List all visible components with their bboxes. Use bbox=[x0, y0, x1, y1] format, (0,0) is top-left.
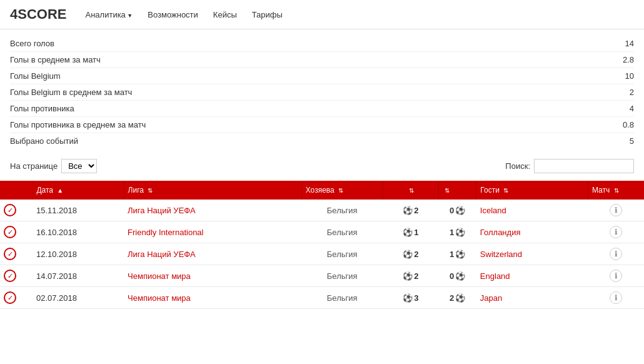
th-score1: ⇅ bbox=[383, 181, 438, 200]
stat-label: Голы Belgium в среднем за матч bbox=[10, 88, 132, 97]
ball-icon-guest: ⚽ bbox=[455, 293, 465, 303]
row-match[interactable]: ℹ bbox=[588, 221, 644, 243]
th-date[interactable]: Дата ▲ bbox=[33, 181, 124, 200]
check-icon: ✓ bbox=[4, 226, 16, 238]
stat-row: Голы противника 4 bbox=[10, 101, 634, 117]
stat-label: Всего голов bbox=[10, 39, 54, 48]
info-icon[interactable]: ℹ bbox=[610, 248, 622, 260]
th-guest[interactable]: Гости ⇅ bbox=[476, 181, 588, 200]
row-host: Бельгия bbox=[301, 243, 383, 265]
row-host: Бельгия bbox=[301, 265, 383, 287]
row-check: ✓ bbox=[0, 200, 33, 221]
ball-icon: ⚽ bbox=[403, 206, 413, 215]
stat-label: Голы Belgium bbox=[10, 71, 61, 81]
row-league[interactable]: Чемпионат мира bbox=[124, 265, 301, 287]
row-guest[interactable]: Голландия bbox=[476, 221, 588, 243]
stat-row: Голы Belgium в среднем за матч 2 bbox=[10, 84, 634, 101]
check-icon: ✓ bbox=[4, 204, 16, 216]
navbar: 4SCORE Аналитика Возможности Кейсы Тариф… bbox=[0, 0, 644, 29]
row-guest[interactable]: Japan bbox=[476, 287, 588, 309]
row-check: ✓ bbox=[0, 287, 33, 309]
row-league[interactable]: Лига Наций УЕФА bbox=[124, 243, 301, 265]
row-league[interactable]: Чемпионат мира bbox=[124, 287, 301, 309]
stat-label: Голы противника в среднем за матч bbox=[10, 120, 146, 129]
row-guest[interactable]: Switzerland bbox=[476, 243, 588, 265]
row-date: 15.11.2018 bbox=[33, 200, 124, 221]
table-row: ✓ 14.07.2018 Чемпионат мира Бельгия ⚽ 2 … bbox=[0, 265, 644, 287]
row-match[interactable]: ℹ bbox=[588, 287, 644, 309]
stat-label: Голы противника bbox=[10, 104, 74, 113]
row-host: Бельгия bbox=[301, 287, 383, 309]
check-icon: ✓ bbox=[4, 248, 16, 260]
stat-label: Выбрано событий bbox=[10, 136, 78, 146]
row-match[interactable]: ℹ bbox=[588, 243, 644, 265]
league-link[interactable]: Чемпионат мира bbox=[128, 271, 191, 281]
row-host-score: ⚽ 3 bbox=[383, 287, 438, 309]
table-row: ✓ 16.10.2018 Friendly International Бель… bbox=[0, 221, 644, 243]
info-icon[interactable]: ℹ bbox=[610, 226, 622, 238]
table-row: ✓ 15.11.2018 Лига Наций УЕФА Бельгия ⚽ 2… bbox=[0, 200, 644, 221]
row-check: ✓ bbox=[0, 221, 33, 243]
row-host: Бельгия bbox=[301, 221, 383, 243]
ball-icon: ⚽ bbox=[403, 250, 413, 259]
row-host-score: ⚽ 2 bbox=[383, 200, 438, 221]
ball-icon-guest: ⚽ bbox=[455, 228, 465, 237]
stat-value: 14 bbox=[625, 39, 634, 48]
league-link[interactable]: Лига Наций УЕФА bbox=[128, 206, 196, 215]
row-host: Бельгия bbox=[301, 200, 383, 221]
controls-row: На странице Все 10 25 50 Поиск: bbox=[0, 151, 644, 181]
th-league[interactable]: Лига ⇅ bbox=[124, 181, 301, 200]
per-page-select[interactable]: Все 10 25 50 bbox=[61, 159, 97, 173]
stat-value: 2.8 bbox=[623, 55, 634, 64]
row-guest-score: 1 ⚽ bbox=[438, 243, 476, 265]
logo-suffix: SCORE bbox=[18, 6, 66, 22]
row-date: 12.10.2018 bbox=[33, 243, 124, 265]
nav-cases[interactable]: Кейсы bbox=[213, 10, 237, 19]
th-host[interactable]: Хозяева ⇅ bbox=[301, 181, 383, 200]
logo[interactable]: 4SCORE bbox=[10, 6, 67, 23]
ball-icon: ⚽ bbox=[403, 271, 413, 281]
row-host-score: ⚽ 1 bbox=[383, 221, 438, 243]
info-icon[interactable]: ℹ bbox=[610, 270, 622, 282]
search-input[interactable] bbox=[534, 159, 634, 173]
logo-prefix: 4 bbox=[10, 6, 18, 22]
row-match[interactable]: ℹ bbox=[588, 265, 644, 287]
stat-row: Голы противника в среднем за матч 0.8 bbox=[10, 117, 634, 133]
search-label: Поиск: bbox=[505, 161, 530, 171]
league-link[interactable]: Чемпионат мира bbox=[128, 293, 191, 303]
info-icon[interactable]: ℹ bbox=[610, 291, 622, 304]
check-icon: ✓ bbox=[4, 291, 16, 304]
th-check bbox=[0, 181, 33, 200]
nav-opportunities[interactable]: Возможности bbox=[148, 10, 198, 19]
row-guest-score: 1 ⚽ bbox=[438, 221, 476, 243]
info-icon[interactable]: ℹ bbox=[610, 204, 622, 216]
row-league[interactable]: Лига Наций УЕФА bbox=[124, 200, 301, 221]
row-guest[interactable]: England bbox=[476, 265, 588, 287]
th-match[interactable]: Матч ⇅ bbox=[588, 181, 644, 200]
stat-label: Голы в среднем за матч bbox=[10, 55, 101, 64]
stats-section: Всего голов 14 Голы в среднем за матч 2.… bbox=[0, 29, 644, 151]
row-league[interactable]: Friendly International bbox=[124, 221, 301, 243]
row-guest[interactable]: Iceland bbox=[476, 200, 588, 221]
stat-row: Голы Belgium 10 bbox=[10, 68, 634, 84]
stat-row: Голы в среднем за матч 2.8 bbox=[10, 52, 634, 68]
row-check: ✓ bbox=[0, 265, 33, 287]
nav-tariffs[interactable]: Тарифы bbox=[252, 10, 283, 19]
row-date: 16.10.2018 bbox=[33, 221, 124, 243]
stat-value: 0.8 bbox=[623, 120, 634, 129]
data-table: Дата ▲ Лига ⇅ Хозяева ⇅ ⇅ ⇅ Гости ⇅ Матч… bbox=[0, 181, 644, 309]
table-row: ✓ 02.07.2018 Чемпионат мира Бельгия ⚽ 3 … bbox=[0, 287, 644, 309]
league-link[interactable]: Friendly International bbox=[128, 228, 203, 237]
stat-value: 2 bbox=[630, 88, 634, 97]
ball-icon: ⚽ bbox=[403, 228, 413, 237]
stat-value: 5 bbox=[630, 136, 634, 146]
stat-row: Всего голов 14 bbox=[10, 36, 634, 52]
row-check: ✓ bbox=[0, 243, 33, 265]
row-host-score: ⚽ 2 bbox=[383, 243, 438, 265]
row-guest-score: 2 ⚽ bbox=[438, 287, 476, 309]
league-link[interactable]: Лига Наций УЕФА bbox=[128, 250, 196, 259]
nav-analytics[interactable]: Аналитика bbox=[86, 10, 133, 19]
table-header-row: Дата ▲ Лига ⇅ Хозяева ⇅ ⇅ ⇅ Гости ⇅ Матч… bbox=[0, 181, 644, 200]
stat-row: Выбрано событий 5 bbox=[10, 133, 634, 149]
row-match[interactable]: ℹ bbox=[588, 200, 644, 221]
